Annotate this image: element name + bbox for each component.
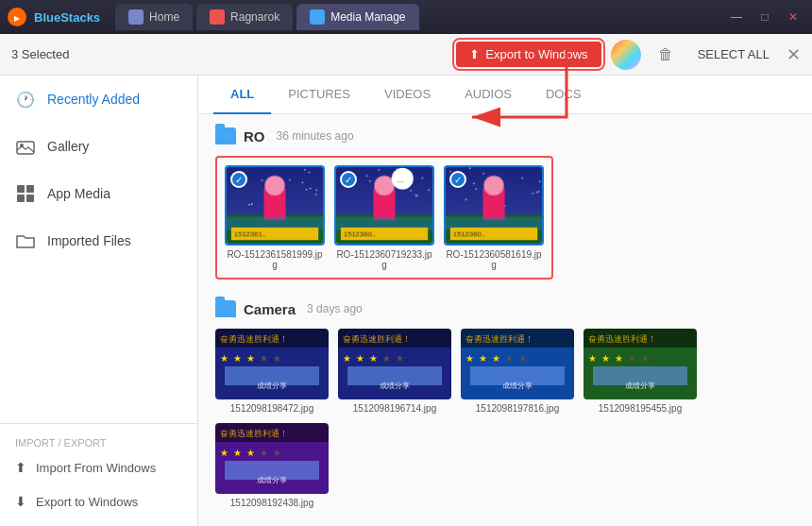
export-icon: ⬆ xyxy=(469,47,480,61)
cam-thumb-4[interactable] xyxy=(584,329,697,399)
sidebar-bottom: Import / Export ⬆ Import From Windows ⬇ … xyxy=(0,423,197,526)
app-media-label: App Media xyxy=(47,186,110,201)
export-to-windows-button[interactable]: ⬆ Export to Windows xyxy=(456,42,601,67)
image-item-cam-1[interactable]: 1512098198472.jpg xyxy=(215,329,329,414)
cam-label-3: 1512098197816.jpg xyxy=(476,403,559,414)
clock-icon: 🕐 xyxy=(15,89,36,110)
cam-label-2: 1512098196714.jpg xyxy=(353,403,436,414)
tab-all[interactable]: ALL xyxy=(213,76,271,114)
import-label: Import From Windows xyxy=(36,461,156,475)
import-icon: ⬆ xyxy=(15,460,26,475)
image-item-ro-2[interactable]: ✓ RO-1512360719233.jpg xyxy=(334,165,434,270)
image-item-cam-4[interactable]: 1512098195455.jpg xyxy=(584,329,697,414)
svg-text:▶: ▶ xyxy=(14,14,21,23)
trash-icon: 🗑 xyxy=(658,46,673,63)
cam-thumb-1[interactable] xyxy=(215,329,329,399)
cam-label-5: 1512098192438.jpg xyxy=(230,498,313,508)
titlebar: ▶ BlueStacks Home Ragnarok Media Manage … xyxy=(0,0,812,34)
tab-bar: Home Ragnarok Media Manage xyxy=(115,4,418,30)
cam-canvas-5 xyxy=(215,423,329,494)
color-picker-button[interactable] xyxy=(611,40,641,70)
folder-icon xyxy=(15,230,36,251)
folder-camera-name: Camera xyxy=(244,301,296,317)
sidebar-import-from-windows[interactable]: ⬆ Import From Windows xyxy=(0,450,197,484)
sidebar-item-app-media[interactable]: App Media xyxy=(0,170,197,217)
tab-ragnarok[interactable]: Ragnarok xyxy=(196,4,293,30)
select-all-button[interactable]: SELECT ALL xyxy=(690,47,777,61)
folder-ro-name: RO xyxy=(244,128,265,144)
content-tabs: ALL PICTURES VIDEOS AUDIOS DOCS xyxy=(198,76,812,114)
minimize-button[interactable]: — xyxy=(725,8,748,25)
tab-pictures[interactable]: PICTURES xyxy=(271,76,367,114)
img-check-ro-1: ✓ xyxy=(230,171,247,188)
gallery-icon xyxy=(15,136,36,157)
close-window-button[interactable]: ✕ xyxy=(782,8,804,25)
media-tab-label: Media Manage xyxy=(330,10,405,24)
home-tab-icon xyxy=(128,9,144,25)
cam-thumb-2[interactable] xyxy=(338,329,451,399)
home-tab-label: Home xyxy=(149,10,179,24)
img-label-ro-3: RO-1512360581619.jpg xyxy=(444,249,544,270)
cam-thumb-3[interactable] xyxy=(461,329,574,399)
export-sidebar-icon: ⬇ xyxy=(15,494,26,509)
sidebar-item-recently-added[interactable]: 🕐 Recently Added xyxy=(0,76,197,123)
cam-canvas-1 xyxy=(215,329,329,399)
sidebar-item-imported-files[interactable]: Imported Files xyxy=(0,217,197,264)
folder-ro-header: RO 36 minutes ago xyxy=(215,127,795,144)
main-layout: 🕐 Recently Added Gallery App Media Imp xyxy=(0,76,812,526)
export-sidebar-label: Export to Windows xyxy=(36,495,138,509)
cam-thumb-5[interactable] xyxy=(215,423,329,494)
close-toolbar-button[interactable]: ✕ xyxy=(787,44,801,65)
folder-camera-header: Camera 3 days ago xyxy=(215,300,795,317)
import-export-label: Import / Export xyxy=(0,432,197,450)
sidebar-export-to-windows[interactable]: ⬇ Export to Windows xyxy=(0,484,197,518)
folder-ro-icon xyxy=(215,127,236,144)
image-item-cam-2[interactable]: 1512098196714.jpg xyxy=(338,329,451,414)
maximize-button[interactable]: □ xyxy=(753,8,776,25)
image-item-cam-5[interactable]: 1512098192438.jpg xyxy=(215,423,329,508)
folder-ro-time: 36 minutes ago xyxy=(277,129,354,143)
selected-count: 3 Selected xyxy=(11,47,69,61)
folder-camera: Camera 3 days ago 1512098198472.jpg xyxy=(198,287,812,523)
folder-camera-time: 3 days ago xyxy=(307,302,363,315)
folder-ro: RO 36 minutes ago ✓ RO-1512361581999.jpg xyxy=(198,114,812,287)
cam-canvas-3 xyxy=(461,329,574,399)
cam-label-1: 1512098198472.jpg xyxy=(230,403,313,414)
svg-rect-7 xyxy=(26,195,34,202)
img-label-ro-2: RO-1512360719233.jpg xyxy=(334,249,434,270)
cam-canvas-2 xyxy=(338,329,451,399)
ragnarok-tab-label: Ragnarok xyxy=(230,10,279,24)
tab-audios[interactable]: AUDIOS xyxy=(448,76,529,114)
svg-rect-4 xyxy=(17,185,25,193)
img-check-ro-3: ✓ xyxy=(449,171,466,188)
delete-button[interactable]: 🗑 xyxy=(651,40,681,70)
cam-label-4: 1512098195455.jpg xyxy=(599,403,682,414)
tab-docs[interactable]: DOCS xyxy=(529,76,599,114)
app-media-icon xyxy=(15,183,36,204)
img-thumb-ro-2[interactable]: ✓ xyxy=(334,165,434,246)
export-label: Export to Windows xyxy=(485,47,587,61)
image-item-cam-3[interactable]: 1512098197816.jpg xyxy=(461,329,574,414)
selection-box: ✓ RO-1512361581999.jpg ✓ RO-151236071923… xyxy=(215,156,553,280)
image-item-ro-3[interactable]: ✓ RO-1512360581619.jpg xyxy=(444,165,544,270)
content-area: ALL PICTURES VIDEOS AUDIOS DOCS RO 36 mi… xyxy=(198,76,812,526)
imported-files-label: Imported Files xyxy=(47,233,131,248)
tab-videos[interactable]: VIDEOS xyxy=(367,76,448,114)
tab-media-manage[interactable]: Media Manage xyxy=(296,4,418,30)
recently-added-label: Recently Added xyxy=(47,92,140,107)
gallery-label: Gallery xyxy=(47,139,89,154)
media-tab-icon xyxy=(310,9,325,25)
tab-home[interactable]: Home xyxy=(115,4,193,30)
toolbar: 3 Selected ⬆ Export to Windows 🗑 SELECT … xyxy=(0,34,812,76)
ragnarok-tab-icon xyxy=(210,9,225,25)
img-thumb-ro-3[interactable]: ✓ xyxy=(444,165,544,246)
img-thumb-ro-1[interactable]: ✓ xyxy=(225,165,325,246)
svg-rect-6 xyxy=(17,195,25,202)
svg-rect-5 xyxy=(26,185,34,193)
sidebar-item-gallery[interactable]: Gallery xyxy=(0,123,197,170)
img-check-ro-2: ✓ xyxy=(340,171,357,188)
sidebar: 🕐 Recently Added Gallery App Media Imp xyxy=(0,76,198,526)
img-label-ro-1: RO-1512361581999.jpg xyxy=(225,249,325,270)
image-item-ro-1[interactable]: ✓ RO-1512361581999.jpg xyxy=(225,165,325,270)
folder-camera-icon xyxy=(215,300,236,317)
